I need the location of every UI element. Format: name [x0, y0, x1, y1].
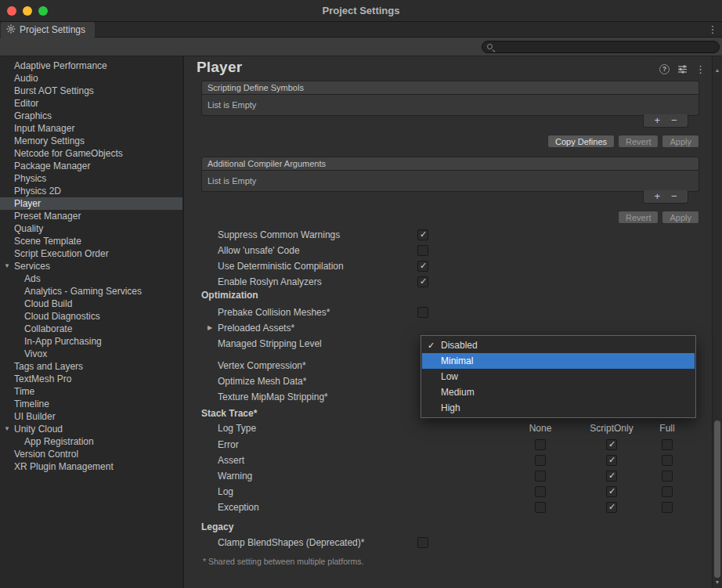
sidebar-item-collaborate[interactable]: Collaborate [0, 323, 182, 335]
foldout-open-icon[interactable]: ▼ [4, 423, 10, 435]
sidebar-item-package-manager[interactable]: Package Manager [0, 160, 182, 172]
dropdown-item-medium[interactable]: Medium [422, 384, 695, 400]
foldout-closed-icon[interactable]: ▶ [208, 323, 212, 334]
sidebar-item-netcode-for-gameobjects[interactable]: Netcode for GameObjects [0, 147, 182, 160]
checkbox-warning-full[interactable] [662, 471, 673, 482]
checkbox-warning-none[interactable] [535, 471, 546, 482]
sidebar-item-vivox[interactable]: Vivox [0, 348, 182, 360]
checkbox-log-scriptonly[interactable] [606, 486, 617, 497]
sidebar-item-audio[interactable]: Audio [0, 72, 182, 85]
close-window-button[interactable] [7, 6, 16, 16]
sidebar-item-physics-2d[interactable]: Physics 2D [0, 185, 182, 197]
scroll-up-icon[interactable]: ▲ [713, 67, 722, 74]
dropdown-item-high[interactable]: High [422, 400, 695, 416]
minimize-window-button[interactable] [23, 6, 32, 16]
sidebar-item-xr-plugin-management[interactable]: XR Plugin Management [0, 460, 182, 473]
defines-apply-button[interactable]: Apply [662, 135, 699, 148]
sidebar-item-cloud-diagnostics[interactable]: Cloud Diagnostics [0, 310, 182, 323]
checkbox-assert-full[interactable] [662, 455, 673, 466]
sidebar-item-time[interactable]: Time [0, 385, 182, 398]
checkbox-assert-scriptonly[interactable] [606, 455, 617, 466]
sidebar-item-script-execution-order[interactable]: Script Execution Order [0, 247, 182, 260]
checkbox-error-none[interactable] [535, 439, 546, 450]
checkbox-error-full[interactable] [662, 439, 673, 450]
zoom-window-button[interactable] [38, 6, 48, 16]
sidebar-item-label: Tags and Layers [14, 361, 83, 372]
checkbox-error-scriptonly[interactable] [606, 439, 617, 450]
sidebar-item-label: Cloud Diagnostics [24, 311, 100, 322]
scrollbar-thumb[interactable] [714, 420, 720, 578]
sidebar-item-player[interactable]: Player [0, 197, 182, 210]
sidebar-item-in-app-purchasing[interactable]: In-App Purchasing [0, 335, 182, 348]
checkbox-log-none[interactable] [535, 486, 546, 497]
remove-define-button[interactable]: − [671, 115, 677, 126]
foldout-open-icon[interactable]: ▼ [4, 260, 10, 272]
sidebar-item-quality[interactable]: Quality [0, 222, 182, 235]
sidebar-item-unity-cloud[interactable]: ▼Unity Cloud [0, 423, 182, 435]
sidebar-item-cloud-build[interactable]: Cloud Build [0, 298, 182, 310]
log-type-row-label: Exception [218, 502, 259, 513]
scroll-down-icon[interactable]: ▼ [713, 579, 722, 586]
sidebar-item-scene-template[interactable]: Scene Template [0, 235, 182, 247]
sidebar-item-tags-and-layers[interactable]: Tags and Layers [0, 360, 182, 373]
sidebar-item-label: Package Manager [14, 161, 90, 171]
sidebar-item-physics[interactable]: Physics [0, 172, 182, 185]
dropdown-item-disabled[interactable]: ✓Disabled [422, 337, 695, 353]
managed-stripping-level-dropdown: ✓DisabledMinimalLowMediumHigh [421, 335, 696, 418]
checkbox-allow-unsafe-code[interactable] [417, 245, 428, 256]
add-define-button[interactable]: + [654, 115, 660, 126]
checkbox-exception-scriptonly[interactable] [606, 502, 617, 513]
checkbox-exception-full[interactable] [662, 502, 673, 513]
sidebar-item-label: Timeline [14, 399, 49, 409]
main-scrollbar[interactable]: ▲ ▼ [712, 56, 722, 588]
sidebar-item-memory-settings[interactable]: Memory Settings [0, 135, 182, 147]
tab-project-settings[interactable]: Project Settings [1, 22, 95, 38]
dropdown-item-minimal[interactable]: Minimal [422, 353, 695, 369]
arguments-revert-button[interactable]: Revert [618, 211, 659, 224]
panel-more-options-icon[interactable]: ⋮ [695, 64, 706, 74]
setting-label: Suppress Common Warnings [218, 229, 340, 240]
sidebar-item-adaptive-performance[interactable]: Adaptive Performance [0, 60, 182, 72]
copy-defines-button[interactable]: Copy Defines [547, 135, 615, 148]
sidebar-item-label: Preset Manager [14, 211, 81, 222]
dropdown-item-low[interactable]: Low [422, 369, 695, 384]
sidebar-item-textmesh-pro[interactable]: TextMesh Pro [0, 373, 182, 385]
sidebar-item-services[interactable]: ▼Services [0, 260, 182, 272]
sidebar-item-ui-builder[interactable]: UI Builder [0, 410, 182, 423]
tab-options-menu-icon[interactable]: ⋮ [707, 23, 718, 35]
checkbox-warning-scriptonly[interactable] [606, 471, 617, 482]
sidebar-item-label: Cloud Build [24, 298, 72, 309]
checkbox-exception-none[interactable] [535, 502, 546, 513]
help-icon[interactable]: ? [659, 64, 670, 74]
add-argument-button[interactable]: + [654, 191, 660, 202]
sidebar-item-graphics[interactable]: Graphics [0, 110, 182, 122]
sidebar-item-label: XR Plugin Management [14, 461, 114, 472]
settings-category-sidebar: Adaptive PerformanceAudioBurst AOT Setti… [0, 56, 182, 588]
defines-revert-button[interactable]: Revert [618, 135, 659, 148]
checkbox-suppress-common-warnings[interactable] [417, 229, 428, 240]
sidebar-item-preset-manager[interactable]: Preset Manager [0, 210, 182, 222]
search-input[interactable] [498, 41, 714, 52]
remove-argument-button[interactable]: − [671, 191, 677, 202]
arguments-apply-button[interactable]: Apply [662, 211, 699, 224]
checkbox-log-full[interactable] [662, 486, 673, 497]
checkbox-assert-none[interactable] [535, 455, 546, 466]
sidebar-item-burst-aot-settings[interactable]: Burst AOT Settings [0, 85, 182, 97]
sidebar-item-label: UI Builder [14, 411, 56, 422]
sidebar-item-label: Graphics [14, 110, 52, 121]
dropdown-item-label: Low [441, 369, 458, 384]
checkbox-use-deterministic-compilation[interactable] [417, 261, 428, 272]
sidebar-item-editor[interactable]: Editor [0, 97, 182, 110]
sidebar-item-timeline[interactable]: Timeline [0, 398, 182, 410]
checkbox-prebake-collision-meshes[interactable] [417, 307, 428, 318]
log-type-row-label: Assert [218, 455, 244, 466]
sidebar-item-app-registration[interactable]: App Registration [0, 435, 182, 448]
sidebar-item-ads[interactable]: Ads [0, 272, 182, 285]
checkbox-enable-roslyn-analyzers[interactable] [417, 276, 428, 287]
sidebar-item-input-manager[interactable]: Input Manager [0, 122, 182, 135]
sidebar-item-version-control[interactable]: Version Control [0, 448, 182, 460]
presets-icon[interactable] [677, 64, 688, 74]
sidebar-item-label: In-App Purchasing [24, 336, 102, 347]
sidebar-item-analytics-gaming-services[interactable]: Analytics - Gaming Services [0, 285, 182, 298]
checkbox-clamp-blendshapes-deprecated[interactable] [417, 537, 428, 548]
